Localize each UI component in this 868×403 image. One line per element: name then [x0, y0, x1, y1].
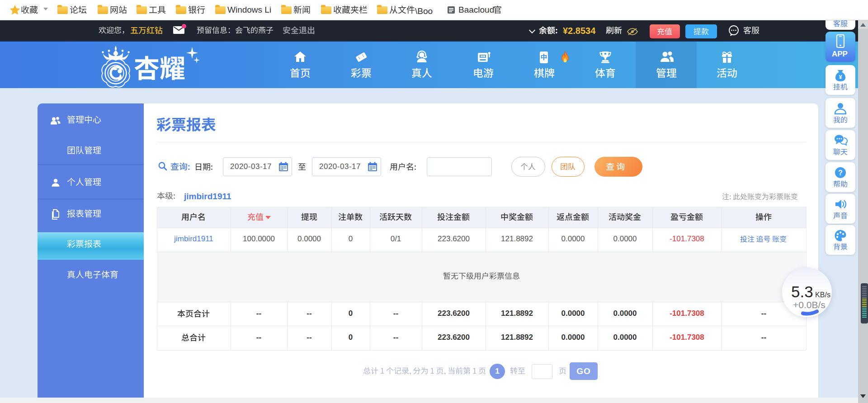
svg-text:?: ?: [838, 169, 843, 177]
svg-text:¥: ¥: [839, 74, 842, 80]
